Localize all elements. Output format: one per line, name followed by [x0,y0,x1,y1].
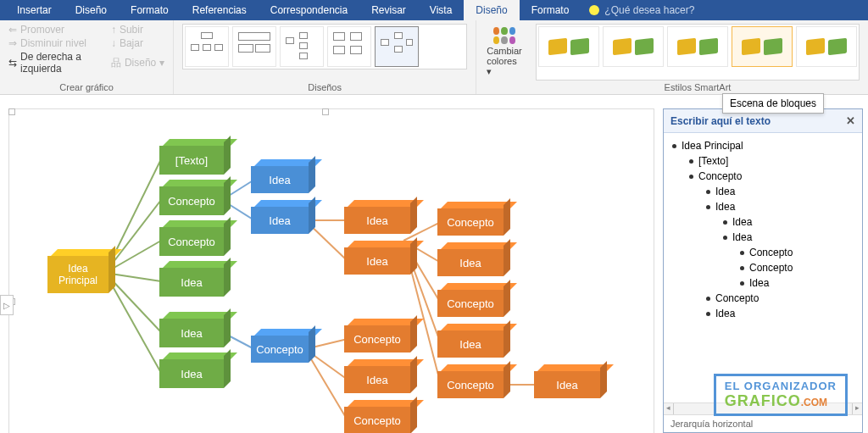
bullet-icon [706,312,710,316]
node-root[interactable]: Idea Principal [47,256,108,293]
node-l3[interactable]: Idea [251,166,309,193]
style-thumb-1[interactable] [538,26,599,67]
arrow-right-icon: ⇒ [8,37,17,49]
tell-me-label: ¿Qué desea hacer? [604,4,694,16]
node-orange[interactable]: Idea [534,371,600,398]
ribbon-tab-diseño[interactable]: Diseño [464,0,519,20]
move-down-button[interactable]: ↓Bajar [111,37,164,49]
ribbon-tab-formato[interactable]: Formato [520,0,581,20]
node-orange[interactable]: Idea [437,330,504,358]
demote-button[interactable]: ⇒Disminuir nivel [8,37,96,49]
bullet-icon [706,190,710,194]
node-l2[interactable]: Idea [159,359,224,388]
ribbon-tab-referencias[interactable]: Referencias [181,0,259,20]
bullet-icon [689,175,693,179]
ribbon-tab-correspondencia[interactable]: Correspondencia [259,0,359,20]
text-pane-item[interactable]: Idea Principal [672,138,859,153]
layout-thumb-1[interactable] [185,26,229,67]
group-create-graphic: ⇐Promover ↑Subir ⇒Disminuir nivel ↓Bajar… [0,20,174,94]
smartart-canvas[interactable]: ▷ Idea Principal [Texto]ConceptoConcepto… [0,95,663,433]
node-l2[interactable]: Concepto [159,186,224,215]
text-pane-item[interactable]: Concepto [672,169,859,184]
rtl-button[interactable]: ⇆De derecha a izquierda [8,51,96,75]
node-orange[interactable]: Concepto [437,208,504,236]
node-orange[interactable]: Idea [344,207,410,234]
style-thumb-5[interactable] [796,26,857,67]
group-smartart-styles: Estilos SmartArt [527,20,868,94]
arrow-down-icon: ↓ [111,37,116,49]
group-label: Crear gráfico [8,80,164,92]
layouts-gallery[interactable] [182,24,467,69]
bullet-icon [723,220,727,225]
ribbon-tab-diseño[interactable]: Diseño [64,0,119,20]
node-orange[interactable]: Concepto [437,371,504,398]
group-change-colors: Cambiarcolores ▾ [476,20,527,94]
style-thumb-2[interactable] [603,26,664,67]
text-pane-item[interactable]: Concepto [672,260,859,275]
lightbulb-icon [589,5,599,15]
text-pane-item[interactable]: Concepto [672,245,859,260]
ribbon-tab-revisar[interactable]: Revisar [359,0,418,20]
text-pane-item[interactable]: Idea [672,184,859,199]
style-tooltip: Escena de bloques [722,93,824,114]
bullet-icon [706,205,710,209]
styles-label: Estilos SmartArt [536,80,860,92]
layout-thumb-3[interactable] [280,26,324,67]
arrow-up-icon: ↑ [111,24,116,36]
text-pane-item[interactable]: Idea [672,306,859,321]
ribbon-tab-formato[interactable]: Formato [119,0,181,20]
node-orange[interactable]: Idea [344,366,410,393]
node-orange[interactable]: Concepto [437,290,504,317]
layout-thumb-4[interactable] [327,26,371,67]
node-l3[interactable]: Concepto [251,336,309,363]
expand-text-pane-button[interactable]: ▷ [0,295,14,315]
bullet-icon [740,251,744,255]
ribbon-tab-vista[interactable]: Vista [418,0,464,20]
node-orange[interactable]: Idea [344,247,410,275]
promote-button[interactable]: ⇐Promover [8,24,96,36]
ribbon-tab-insertar[interactable]: Insertar [5,0,64,20]
styles-gallery[interactable] [536,24,860,80]
move-up-button[interactable]: ↑Subir [111,24,164,36]
group-layouts: Diseños [174,20,476,94]
bullet-icon [740,281,744,286]
text-pane-item[interactable]: Idea [672,199,859,214]
text-pane-footer: Jerarquía horizontal [664,414,862,432]
layouts-label: Diseños [182,80,467,92]
style-thumb-4[interactable] [732,26,793,67]
change-colors-button[interactable]: Cambiarcolores ▾ [478,24,531,80]
node-l3[interactable]: Idea [251,207,309,234]
tell-me-search[interactable]: ¿Qué desea hacer? [581,0,703,20]
colors-icon [493,27,515,44]
node-orange[interactable]: Concepto [344,325,410,353]
resize-handle[interactable] [8,108,15,115]
text-pane-item[interactable]: Idea [672,214,859,230]
node-l2[interactable]: Idea [159,268,224,297]
ribbon: ⇐Promover ↑Subir ⇒Disminuir nivel ↓Bajar… [0,20,868,95]
close-icon[interactable]: ✕ [846,114,855,127]
horizontal-scrollbar[interactable]: ◂ ▸ [664,402,862,414]
text-pane-item[interactable]: [Texto] [672,153,859,169]
bullet-icon [723,236,727,240]
layout-thumb-5[interactable] [375,26,419,67]
layout-button[interactable]: 品Diseño ▾ [111,51,164,75]
node-orange[interactable]: Concepto [344,407,410,433]
text-pane-item[interactable]: Idea [672,275,859,291]
layout-thumb-2[interactable] [232,26,276,67]
text-pane-item[interactable]: Concepto [672,291,859,306]
text-pane-item[interactable]: Idea [672,230,859,245]
node-l2[interactable]: [Texto] [159,146,224,175]
node-orange[interactable]: Idea [437,249,504,276]
resize-handle[interactable] [322,108,329,115]
text-pane-list[interactable]: Idea Principal[Texto]ConceptoIdeaIdeaIde… [664,133,862,402]
node-l2[interactable]: Idea [159,319,224,347]
bullet-icon [689,159,693,164]
bullet-icon [672,144,676,148]
arrow-left-icon: ⇐ [8,24,17,36]
bullet-icon [740,266,744,270]
layout-icon: 品 [111,56,121,70]
document-area: ▷ Idea Principal [Texto]ConceptoConcepto… [0,95,868,433]
style-thumb-3[interactable] [667,26,728,67]
node-l2[interactable]: Concepto [159,227,224,256]
ribbon-tabs: InsertarDiseñoFormatoReferenciasCorrespo… [0,0,868,20]
